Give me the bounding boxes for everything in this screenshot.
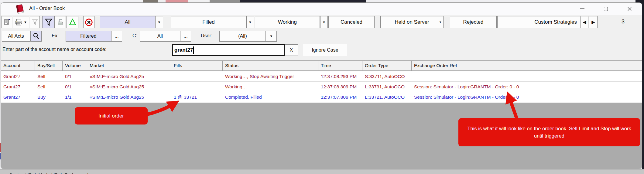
background-strip bbox=[166, 0, 188, 2]
chevron-down-icon: ▼ bbox=[439, 21, 442, 24]
cell-buysell: Sell bbox=[35, 82, 63, 92]
left-arrow-icon: ◀ bbox=[583, 19, 586, 25]
column-header-market[interactable]: Market bbox=[87, 61, 171, 70]
tab-held-on-server[interactable]: Held on Server ▼ bbox=[380, 16, 444, 28]
background-strip bbox=[188, 0, 210, 2]
cell-buysell: Sell bbox=[35, 71, 63, 81]
tabs-scroll-right[interactable]: ▶ bbox=[589, 16, 598, 28]
cell-exchangeref bbox=[412, 71, 642, 81]
order-table-body: Grant27 Sell 0/1 «SIM:E-micro Gold Aug25… bbox=[1, 71, 642, 102]
account-search-button[interactable] bbox=[30, 31, 42, 42]
category-more-button[interactable]: ... bbox=[180, 31, 191, 42]
background-strip bbox=[0, 0, 143, 2]
tab-held-label: Held on Server bbox=[395, 19, 429, 25]
account-search-input[interactable]: grant27 bbox=[172, 44, 285, 56]
column-header-exchangeref[interactable]: Exchange Order Ref bbox=[412, 61, 642, 70]
user-dropdown[interactable]: (All) bbox=[219, 31, 266, 42]
cell-time: 12:37:08.293 PM bbox=[318, 71, 362, 81]
cell-volume: 0/1 bbox=[63, 82, 87, 92]
background-strip bbox=[240, 0, 366, 2]
tab-working[interactable]: Working bbox=[255, 16, 320, 28]
column-header-time[interactable]: Time bbox=[318, 61, 362, 70]
cell-fills: 1 @ 33721 bbox=[171, 92, 223, 102]
unlock-icon bbox=[57, 18, 64, 26]
background-strip bbox=[143, 0, 158, 2]
print-button[interactable]: ▼ bbox=[13, 16, 29, 28]
column-header-account[interactable]: Account bbox=[1, 61, 35, 70]
cell-volume: 1/1 bbox=[63, 92, 87, 102]
user-dropdown-arrow[interactable]: ▼ bbox=[266, 31, 277, 42]
exchange-filter-button[interactable]: Filtered bbox=[66, 31, 111, 42]
clear-search-button[interactable]: X bbox=[285, 44, 298, 56]
print-dropdown-arrow[interactable]: ▼ bbox=[24, 20, 27, 24]
filter-active-button[interactable] bbox=[42, 16, 55, 28]
chevron-down-icon: ▼ bbox=[248, 20, 252, 24]
column-header-volume[interactable]: Volume bbox=[63, 61, 87, 70]
ignore-case-button[interactable]: Ignore Case bbox=[303, 44, 347, 56]
table-row[interactable]: Grant27 Sell 0/1 «SIM:E-micro Gold Aug25… bbox=[1, 82, 642, 92]
title-bar[interactable]: All - Order Book bbox=[1, 3, 642, 15]
cell-ordertype: S:33711, AutoOCO bbox=[362, 71, 412, 81]
text-caret bbox=[193, 46, 194, 54]
minimize-icon bbox=[580, 9, 584, 9]
column-header-buysell[interactable]: Buy/Sell bbox=[35, 61, 63, 70]
user-label: User: bbox=[201, 33, 212, 39]
annotation-order-book-note: This is what it will look like on the or… bbox=[458, 118, 640, 146]
red-book-icon bbox=[14, 4, 25, 15]
cell-volume: 0/1 bbox=[63, 71, 87, 81]
cell-fills bbox=[171, 71, 223, 81]
search-input-value: grant27 bbox=[174, 47, 193, 53]
close-button[interactable] bbox=[622, 3, 636, 15]
background-window-header-text: Contract ID | Market ID | Exchange | bbox=[9, 172, 88, 174]
properties-button[interactable] bbox=[2, 16, 12, 28]
background-strip bbox=[210, 0, 240, 2]
cell-exchangeref: Session: Simulator - Login:GRANTM - Orde… bbox=[412, 82, 642, 92]
cancel-all-button[interactable] bbox=[83, 16, 94, 28]
cell-ordertype: L:33721, AutoOCO bbox=[362, 92, 412, 102]
tab-filled-arrow[interactable]: ▼ bbox=[246, 16, 254, 28]
scope-dropdown-arrow[interactable]: ▼ bbox=[155, 16, 163, 28]
category-filter-button[interactable]: All bbox=[140, 31, 180, 42]
cell-time: 12:37:07.809 PM bbox=[318, 92, 362, 102]
account-search-label: Enter part of the account name or accoun… bbox=[2, 47, 106, 52]
funnel-outline-icon bbox=[32, 19, 38, 26]
chevron-down-icon: ▼ bbox=[270, 34, 273, 38]
right-arrow-icon: ▶ bbox=[591, 19, 595, 25]
minimize-button[interactable] bbox=[575, 3, 589, 15]
desktop: All - Order Book ▼ bbox=[0, 0, 644, 174]
funnel-filled-icon bbox=[45, 18, 53, 26]
annotation-initial-order: Initial order bbox=[75, 107, 148, 125]
column-header-ordertype[interactable]: Order Type bbox=[362, 61, 412, 70]
print-icon bbox=[15, 18, 23, 26]
cell-buysell: Buy bbox=[35, 92, 63, 102]
chevron-down-icon: ▼ bbox=[158, 20, 161, 24]
tab-working-arrow[interactable]: ▼ bbox=[320, 16, 328, 28]
scope-dropdown[interactable]: All bbox=[100, 16, 155, 28]
properties-icon bbox=[3, 19, 11, 26]
lock-button[interactable] bbox=[55, 16, 66, 28]
background-dark-edge bbox=[642, 0, 644, 169]
alert-button[interactable] bbox=[67, 16, 78, 28]
tab-rejected[interactable]: Rejected bbox=[450, 16, 497, 28]
close-icon bbox=[627, 7, 632, 11]
cell-market: «SIM:E-micro Gold Aug25 bbox=[87, 71, 171, 81]
all-accounts-button[interactable]: All Acts bbox=[2, 31, 30, 42]
table-row[interactable]: Grant27 Buy 1/1 «SIM:E-micro Gold Aug25 … bbox=[1, 92, 642, 102]
filter-outline-button[interactable] bbox=[30, 16, 40, 28]
exchange-more-button[interactable]: ... bbox=[111, 31, 122, 42]
cell-market: «SIM:E-micro Gold Aug25 bbox=[87, 82, 171, 92]
tab-custom-strategies[interactable]: Custom Strategies bbox=[497, 16, 580, 28]
cell-account: Grant27 bbox=[1, 71, 35, 81]
background-strip bbox=[158, 0, 166, 2]
exchange-label: Ex: bbox=[52, 33, 59, 39]
tab-canceled[interactable]: Canceled bbox=[328, 16, 375, 28]
cell-fills bbox=[171, 82, 223, 92]
maximize-button[interactable] bbox=[599, 3, 613, 15]
cell-account: Grant27 bbox=[1, 92, 35, 102]
column-header-status[interactable]: Status bbox=[223, 61, 318, 70]
table-row[interactable]: Grant27 Sell 0/1 «SIM:E-micro Gold Aug25… bbox=[1, 71, 642, 82]
column-header-fills[interactable]: Fills bbox=[171, 61, 223, 70]
tab-filled[interactable]: Filled bbox=[171, 16, 246, 28]
background-strip bbox=[366, 0, 636, 2]
tabs-scroll-left[interactable]: ◀ bbox=[581, 16, 588, 28]
